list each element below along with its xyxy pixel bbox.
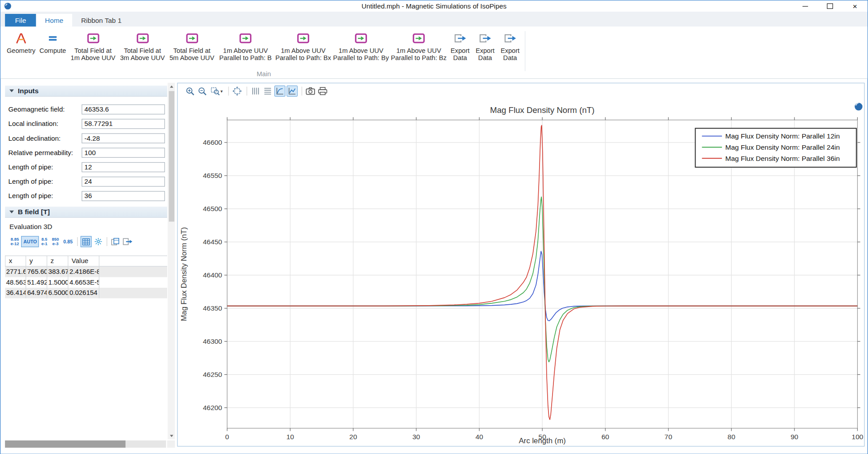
scroll-down-button[interactable] [168, 432, 175, 439]
table-cell: 765.60 [26, 267, 47, 277]
zoom-out-button[interactable] [197, 86, 208, 97]
plot-canvas[interactable]: 0102030405060708090100462004625046300463… [178, 99, 864, 446]
y-axis-label: Mag Flux Density Norm (nT) [180, 227, 188, 321]
zoom-extents-button[interactable] [232, 86, 243, 97]
table-cell: 0.026154 [68, 288, 99, 298]
maximize-button[interactable] [817, 0, 842, 12]
field-input-6[interactable] [82, 191, 165, 201]
printer-icon [318, 86, 328, 95]
table-cell: 48.563 [5, 277, 26, 288]
settings-panel-content: Inputs Geomagnetic field:Local inclinati… [5, 83, 167, 440]
ribbon-button-export-data-3[interactable]: ExportData [497, 28, 523, 61]
zoom-box-button[interactable]: ▾ [209, 86, 225, 97]
field-label: Length of pipe: [9, 178, 53, 186]
field-input-5[interactable] [82, 177, 165, 186]
graphics-panel: ▾ [177, 83, 864, 447]
print-button[interactable] [317, 86, 328, 97]
field-input-3[interactable] [82, 148, 165, 158]
tab-ribbon-tab-1[interactable]: Ribbon Tab 1 [72, 14, 130, 27]
precision-button[interactable]: 8.5e-1 [39, 236, 50, 247]
collapse-icon [9, 211, 14, 213]
ribbon-button-total-field-3m[interactable]: Total Field at3m Above UUV [118, 28, 167, 61]
precision-button[interactable]: 0.85 [61, 236, 75, 247]
horizontal-scrollbar[interactable] [5, 441, 166, 448]
y-grid-icon [251, 86, 260, 95]
copy-table-button[interactable] [110, 236, 121, 247]
x-axis-label: Arc length (m) [519, 437, 566, 445]
compute-icon [47, 30, 59, 45]
field-input-0[interactable] [82, 104, 165, 114]
scale-toggle-1-button[interactable] [274, 86, 285, 97]
ribbon-button-geometry[interactable]: Geometry [5, 28, 37, 54]
input-row: Geomagnetic field: [9, 104, 167, 115]
field-label: Relative permeability: [9, 149, 73, 156]
ribbon-button-total-field-1m[interactable]: Total Field at1m Above UUV [68, 28, 117, 61]
table-row[interactable]: 36.41464.9746.50000.026154 [5, 288, 167, 298]
full-precision-button[interactable] [93, 236, 104, 247]
x-tick-label: 70 [665, 433, 672, 441]
inputs-form: Geomagnetic field:Local inclination:Loca… [5, 97, 167, 202]
snapshot-button[interactable] [305, 86, 316, 97]
field-input-4[interactable] [82, 162, 165, 172]
precision-button[interactable]: 850e-3 [50, 236, 61, 247]
export-table-icon [123, 238, 133, 245]
export-table-button[interactable] [122, 236, 133, 247]
toolbar-separator [107, 237, 107, 246]
field-label: Geomagnetic field: [9, 105, 65, 113]
vertical-scrollbar[interactable] [168, 83, 175, 440]
table-row[interactable]: 2771.6765.60383.672.4186E-8 [5, 267, 167, 277]
x-tick-label: 0 [225, 433, 229, 441]
row-filler [99, 277, 167, 288]
plot-group-icon [297, 30, 309, 45]
table-format-toolbar: 8.85e-12AUTO8.5e-1850e-30.85 [9, 235, 167, 247]
tab-home[interactable]: Home [36, 14, 73, 27]
zoom-in-button[interactable] [184, 86, 195, 97]
ribbon-button-export-data-1[interactable]: ExportData [448, 28, 473, 61]
ribbon-button-parallel-by[interactable]: 1m Above UUVParallel to Path: By [332, 28, 390, 61]
row-filler [99, 255, 167, 267]
precision-button[interactable]: AUTO [21, 236, 39, 247]
field-input-2[interactable] [82, 133, 165, 143]
ribbon-button-compute[interactable]: Compute [37, 28, 68, 54]
ribbon-button-group: GeometryComputeTotal Field at1m Above UU… [0, 26, 868, 61]
bfield-section-header[interactable]: B field [T] [5, 206, 167, 218]
inputs-section-header[interactable]: Inputs [5, 85, 167, 97]
ribbon-button-label: Total Field at5m Above UUV [169, 47, 214, 61]
x-grid-button[interactable] [262, 86, 273, 97]
field-input-1[interactable] [82, 119, 165, 129]
ribbon-button-export-data-2[interactable]: ExportData [473, 28, 498, 61]
row-filler [99, 288, 167, 298]
vertical-scrollbar-thumb[interactable] [168, 91, 174, 221]
horizontal-scrollbar-thumb[interactable] [5, 441, 125, 448]
close-button[interactable]: × [842, 0, 868, 12]
scale-toggle-2-button[interactable] [286, 86, 298, 97]
table-row[interactable]: 48.56351.4921.50004.6653E-5 [5, 277, 167, 288]
window-title: Untitled.mph - Magnetic Simulations of I… [0, 2, 868, 10]
scroll-up-button[interactable] [168, 83, 175, 90]
chevron-down-icon: ▾ [220, 89, 223, 94]
precision-button[interactable]: 8.85e-12 [9, 236, 22, 247]
field-label: Local inclination: [9, 120, 59, 128]
x-tick-label: 90 [790, 433, 798, 441]
titlebar: Untitled.mph - Magnetic Simulations of I… [0, 0, 868, 12]
input-row: Local declination: [9, 133, 167, 144]
minimize-button[interactable] [792, 0, 817, 12]
ribbon-button-total-field-5m[interactable]: Total Field at5m Above UUV [167, 28, 216, 61]
x-tick-label: 10 [286, 433, 294, 441]
tab-file[interactable]: File [5, 14, 36, 27]
y-tick-label: 46450 [203, 238, 222, 246]
ribbon-button-parallel-bz[interactable]: 1m Above UUVParallel to Path: Bz [390, 28, 448, 61]
input-row: Length of pipe: [9, 162, 167, 173]
y-grid-button[interactable] [250, 86, 261, 97]
input-row: Length of pipe: [9, 176, 167, 187]
ribbon-button-parallel-b[interactable]: 1m Above UUVParallel to Path: B [216, 28, 274, 61]
y-tick-label: 46300 [203, 337, 222, 345]
settings-panel: Inputs Geomagnetic field:Local inclinati… [5, 83, 175, 448]
legend-entry: Mag Flux Density Norm: Parallel 24in [725, 143, 840, 151]
plot-group-icon [355, 30, 367, 45]
ribbon-button-parallel-bx[interactable]: 1m Above UUVParallel to Path: Bx [274, 28, 332, 61]
table-view-button[interactable] [80, 236, 91, 247]
table-cell: 383.67 [47, 267, 68, 277]
results-table: xyzValue2771.6765.60383.672.4186E-848.56… [5, 255, 167, 298]
ribbon-group-separator [525, 31, 525, 71]
